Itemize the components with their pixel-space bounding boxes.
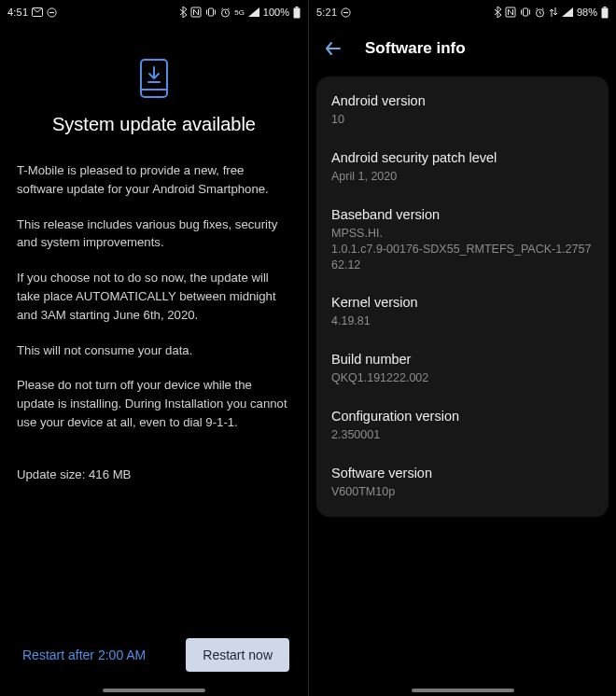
alarm-icon (220, 7, 231, 18)
info-row-security-patch[interactable]: Android security patch level April 1, 20… (316, 139, 609, 196)
info-value: QKQ1.191222.002 (331, 370, 594, 386)
clock-text: 4:51 (7, 7, 28, 18)
download-phone-icon (138, 58, 170, 99)
svg-rect-25 (602, 7, 609, 18)
status-bar: 5:21 98% (309, 0, 616, 24)
update-size-text: Update size: 416 MB (17, 467, 291, 481)
update-footer: Restart after 2:00 AM Restart now (17, 625, 291, 689)
alarm-icon (535, 7, 545, 18)
info-label: Kernel version (331, 295, 594, 310)
info-row-software-version[interactable]: Software version V600TM10p (316, 454, 609, 511)
update-paragraph: T-Mobile is pleased to provide a new, fr… (17, 161, 291, 199)
status-bar: 4:51 5G 100% (0, 0, 308, 24)
status-bar-left: 4:51 (7, 7, 57, 18)
vibrate-icon (520, 7, 531, 17)
update-icon-wrap (17, 58, 291, 99)
info-row-baseband-version[interactable]: Baseband version MPSS.HI. 1.0.1.c7.9-001… (316, 196, 609, 285)
battery-text: 100% (263, 7, 289, 18)
mail-icon (32, 7, 43, 17)
svg-rect-4 (209, 8, 214, 16)
page-title: System update available (17, 114, 291, 135)
nfc-icon (505, 7, 516, 18)
signal-icon (562, 7, 573, 17)
svg-line-23 (542, 7, 544, 8)
svg-line-8 (222, 7, 224, 8)
info-row-android-version[interactable]: Android version 10 (316, 82, 609, 139)
update-body: T-Mobile is pleased to provide a new, fr… (17, 161, 291, 449)
data-icon (549, 7, 558, 18)
battery-icon (601, 7, 609, 19)
status-bar-left: 5:21 (316, 7, 351, 18)
info-label: Baseband version (331, 207, 594, 222)
info-value: 10 (331, 112, 594, 128)
update-content: System update available T-Mobile is plea… (0, 24, 308, 689)
info-value: April 1, 2020 (331, 169, 594, 185)
bluetooth-icon (494, 7, 501, 18)
info-value: 2.350001 (331, 427, 594, 443)
spacer (309, 517, 616, 689)
info-row-build-number[interactable]: Build number QKQ1.191222.002 (316, 341, 609, 397)
svg-rect-24 (604, 7, 607, 8)
info-label: Android security patch level (331, 150, 594, 165)
vibrate-icon (205, 7, 217, 17)
bluetooth-icon (179, 7, 187, 18)
svg-rect-10 (296, 7, 299, 8)
restart-now-button[interactable]: Restart now (186, 638, 289, 672)
restart-after-button[interactable]: Restart after 2:00 AM (19, 642, 149, 668)
software-info-panel: Android version 10 Android security patc… (316, 77, 609, 517)
clock-text: 5:21 (316, 7, 337, 18)
info-label: Build number (331, 352, 594, 367)
update-paragraph: If you choose not to do so now, the upda… (17, 269, 291, 324)
do-not-disturb-icon (47, 7, 57, 18)
nfc-icon (190, 7, 202, 18)
do-not-disturb-icon (341, 7, 351, 18)
network-5g-icon: 5G (234, 8, 245, 17)
info-label: Software version (331, 466, 594, 480)
status-bar-right: 98% (494, 7, 609, 19)
info-value: V600TM10p (331, 484, 594, 500)
back-button[interactable] (320, 35, 346, 62)
software-info-screen: 5:21 98% (308, 0, 616, 696)
signal-icon (248, 7, 259, 17)
update-paragraph: This will not consume your data. (17, 341, 291, 360)
gesture-nav-pill[interactable] (412, 689, 514, 692)
svg-rect-11 (294, 7, 301, 18)
battery-icon (293, 7, 301, 19)
header-title: Software info (365, 39, 466, 58)
info-value: 4.19.81 (331, 313, 594, 329)
info-row-kernel-version[interactable]: Kernel version 4.19.81 (316, 284, 609, 341)
info-row-configuration-version[interactable]: Configuration version 2.350001 (316, 397, 609, 454)
svg-rect-18 (523, 8, 527, 16)
info-value: MPSS.HI. 1.0.1.c7.9-00176-SDX55_RMTEFS_P… (331, 226, 594, 273)
update-paragraph: Please do not turn off your device while… (17, 376, 291, 431)
gesture-nav-pill[interactable] (103, 689, 205, 692)
status-bar-right: 5G 100% (179, 7, 301, 19)
svg-line-22 (536, 7, 538, 8)
battery-text: 98% (577, 7, 597, 18)
app-header: Software info (309, 24, 616, 77)
svg-line-9 (228, 7, 230, 8)
info-label: Android version (331, 93, 594, 108)
info-label: Configuration version (331, 409, 594, 424)
update-paragraph: This release includes various bug fixes,… (17, 216, 291, 253)
system-update-screen: 4:51 5G 100% (0, 0, 308, 696)
